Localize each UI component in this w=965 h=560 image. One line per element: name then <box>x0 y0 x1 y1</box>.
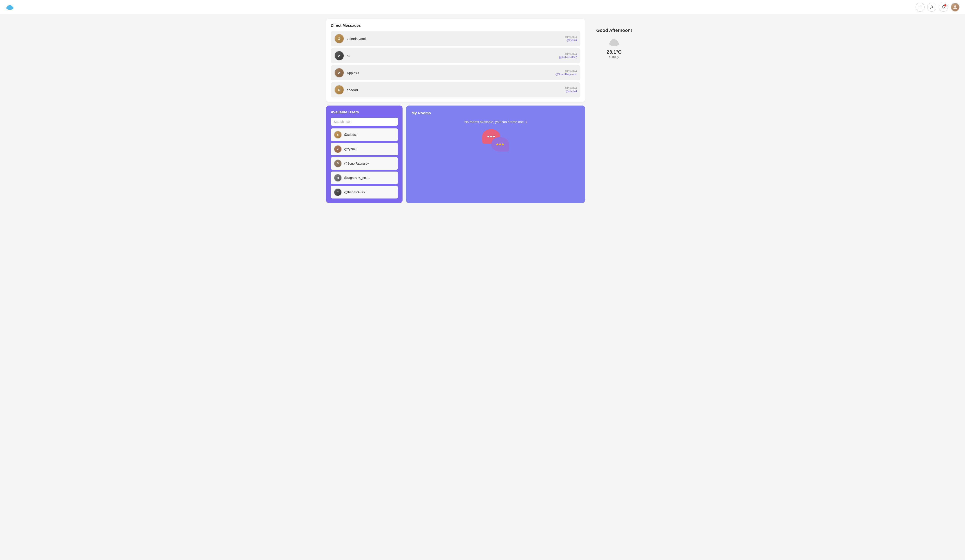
user-avatar-small: T <box>334 188 342 196</box>
user-avatar-small: R <box>334 174 342 182</box>
svg-point-3 <box>8 5 12 9</box>
dm-title: Direct Messages <box>330 23 581 28</box>
dm-handle: @zyamli <box>565 39 577 42</box>
dm-item[interactable]: A ak 10/7/2024 @thebestAK27 <box>330 48 581 63</box>
list-item[interactable]: S @SonofRagnarok <box>330 157 398 170</box>
weather-condition: Cloudy <box>607 55 622 59</box>
user-handle: @thebestAK27 <box>344 190 365 194</box>
rooms-empty-message: No rooms available, you can create one :… <box>464 120 527 124</box>
dm-username: zakaria yamli <box>347 37 366 41</box>
dm-item[interactable]: Z zakaria yamli 10/7/2024 @zyamli <box>330 31 581 46</box>
left-panel: Direct Messages Z zakaria yamli 10/7/202… <box>326 19 585 203</box>
dm-item-left: S sdadad <box>334 85 358 95</box>
dm-handle: @SonofRagnarok <box>555 73 577 76</box>
dm-item-right: 10/7/2024 @zyamli <box>565 36 577 42</box>
available-users-title: Available Users <box>330 110 398 114</box>
right-panel: Good Afternoon! 23.1°C Cloudy <box>589 19 639 203</box>
svg-point-4 <box>931 6 932 7</box>
bubble-dot <box>487 136 489 137</box>
user-avatar[interactable] <box>950 3 960 12</box>
list-item[interactable]: Z @zyamli <box>330 143 398 155</box>
list-item[interactable]: S @sdadsd <box>330 129 398 141</box>
rooms-illustration <box>482 129 509 152</box>
available-users-panel: Available Users S @sdadsd Z @zyamli <box>326 106 402 203</box>
dm-list: Z zakaria yamli 10/7/2024 @zyamli A <box>330 31 581 98</box>
logo <box>5 4 15 10</box>
user-list: S @sdadsd Z @zyamli S @So <box>330 129 398 199</box>
search-input[interactable] <box>330 118 398 126</box>
dm-date: 10/7/2024 <box>555 70 577 73</box>
bubble-dot-yellow <box>499 144 501 145</box>
bubble-dot <box>493 136 495 137</box>
add-button[interactable]: + <box>916 3 924 12</box>
notification-button[interactable] <box>939 3 948 12</box>
bubble-dot-yellow <box>502 144 504 145</box>
list-item[interactable]: R @ragna975_erC... <box>330 171 398 184</box>
weather-icon-container <box>607 38 622 47</box>
dm-item-left: A ak <box>334 51 350 60</box>
user-handle: @sdadsd <box>344 133 357 137</box>
user-handle: @ragna975_erC... <box>344 176 370 180</box>
svg-point-5 <box>954 5 956 7</box>
dm-item-left: Z zakaria yamli <box>334 34 366 44</box>
dm-date: 10/8/2024 <box>565 87 577 90</box>
weather-card: 23.1°C Cloudy <box>607 38 622 59</box>
dm-handle: @sdadsd <box>565 90 577 93</box>
user-handle: @zyamli <box>344 147 356 151</box>
direct-messages-card: Direct Messages Z zakaria yamli 10/7/202… <box>326 19 585 102</box>
dm-avatar: A <box>334 68 344 78</box>
my-rooms-title: My Rooms <box>412 111 431 116</box>
bottom-row: Available Users S @sdadsd Z @zyamli <box>326 106 585 203</box>
app-header: + <box>0 0 965 15</box>
dm-handle: @thebestAK27 <box>559 56 577 59</box>
dm-avatar: Z <box>334 34 344 44</box>
dm-date: 10/7/2024 <box>565 36 577 39</box>
dm-item[interactable]: S sdadad 10/8/2024 @sdadsd <box>330 82 581 98</box>
user-avatar-small: S <box>334 131 342 139</box>
my-rooms-panel: My Rooms No rooms available, you can cre… <box>406 106 585 203</box>
user-avatar-small: Z <box>334 145 342 153</box>
dm-item-left: A ApplexX <box>334 68 360 78</box>
svg-point-9 <box>611 39 617 45</box>
chat-bubble-purple <box>491 137 509 152</box>
dm-item[interactable]: A ApplexX 10/7/2024 @SonofRagnarok <box>330 65 581 80</box>
dm-avatar: A <box>334 51 344 60</box>
dm-item-right: 10/7/2024 @thebestAK27 <box>559 52 577 59</box>
list-item[interactable]: T @thebestAK27 <box>330 186 398 199</box>
greeting-text: Good Afternoon! <box>596 28 632 33</box>
dm-username: sdadad <box>347 88 358 92</box>
bubble-dot-yellow <box>496 144 498 145</box>
dm-username: ak <box>347 54 350 58</box>
user-handle: @SonofRagnarok <box>344 162 369 165</box>
dm-username: ApplexX <box>347 71 360 75</box>
main-content: Direct Messages Z zakaria yamli 10/7/202… <box>321 15 644 207</box>
profile-button[interactable] <box>927 3 936 12</box>
temperature-display: 23.1°C <box>607 49 622 55</box>
dm-date: 10/7/2024 <box>559 52 577 56</box>
header-actions: + <box>916 3 960 12</box>
bubble-dot <box>490 136 492 137</box>
dm-item-right: 10/8/2024 @sdadsd <box>565 87 577 93</box>
dm-item-right: 10/7/2024 @SonofRagnarok <box>555 70 577 76</box>
user-avatar-small: S <box>334 159 342 168</box>
dm-avatar: S <box>334 85 344 95</box>
